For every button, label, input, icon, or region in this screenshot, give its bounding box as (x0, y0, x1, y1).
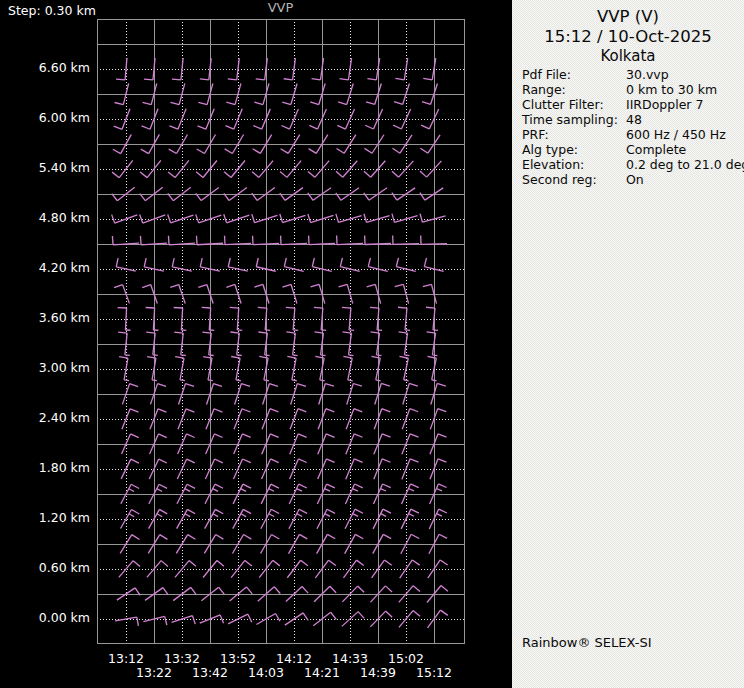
info-row: Range:0 km to 30 km (522, 82, 742, 97)
y-axis-label: 3.00 km (0, 361, 90, 375)
x-axis-label: 13:22 (130, 666, 178, 680)
info-label: PRF: (522, 127, 549, 142)
y-axis-label: 4.20 km (0, 261, 90, 275)
y-axis-label: 4.80 km (0, 211, 90, 225)
y-axis-label: 1.80 km (0, 461, 90, 475)
x-axis-label: 13:12 (102, 652, 150, 666)
info-value: IIRDoppler 7 (626, 97, 703, 112)
x-axis-label: 14:33 (326, 652, 374, 666)
y-axis-label: 6.00 km (0, 111, 90, 125)
info-row: PRF:600 Hz / 450 Hz (522, 127, 742, 142)
y-axis-label: 6.60 km (0, 61, 90, 75)
info-label: Elevation: (522, 157, 584, 172)
info-row: Time sampling:48 (522, 112, 742, 127)
info-value: 48 (626, 112, 642, 127)
panel-datetime: 15:12 / 10-Oct-2025 (512, 27, 744, 46)
info-label: Time sampling: (522, 112, 618, 127)
y-axis-label: 2.40 km (0, 411, 90, 425)
x-axis-label: 13:42 (186, 666, 234, 680)
info-value: On (626, 172, 644, 187)
y-axis-label: 1.20 km (0, 511, 90, 525)
x-axis-label: 14:12 (270, 652, 318, 666)
x-axis-label: 14:21 (298, 666, 346, 680)
y-axis-label: 5.40 km (0, 161, 90, 175)
info-row: Elevation:0.2 deg to 21.0 deg (522, 157, 742, 172)
y-axis-label: 3.60 km (0, 311, 90, 325)
info-label: Alg type: (522, 142, 578, 157)
software-credit: Rainbow® SELEX-SI (522, 635, 652, 650)
info-row: Pdf File:30.vvp (522, 67, 742, 82)
info-label: Range: (522, 82, 566, 97)
info-value: 600 Hz / 450 Hz (626, 127, 726, 142)
x-axis-label: 15:02 (382, 652, 430, 666)
plot-title: VVP (97, 1, 464, 15)
info-value: Complete (626, 142, 686, 157)
info-label: Clutter Filter: (522, 97, 604, 112)
info-panel: VVP (V) 15:12 / 10-Oct-2025 Kolkata Pdf … (512, 0, 744, 688)
panel-site: Kolkata (512, 47, 744, 65)
x-axis-label: 14:39 (354, 666, 402, 680)
info-value: 30.vvp (626, 67, 669, 82)
info-label: Second reg: (522, 172, 597, 187)
x-axis-label: 13:32 (158, 652, 206, 666)
info-row: Alg type:Complete (522, 142, 742, 157)
step-label: Step: 0.30 km (8, 4, 96, 18)
info-value: 0.2 deg to 21.0 deg (626, 157, 744, 172)
product-info-list: Pdf File:30.vvpRange:0 km to 30 kmClutte… (522, 67, 742, 187)
info-value: 0 km to 30 km (626, 82, 717, 97)
info-row: Second reg:On (522, 172, 742, 187)
panel-title: VVP (V) (512, 7, 744, 26)
info-label: Pdf File: (522, 67, 571, 82)
x-axis-label: 13:52 (214, 652, 262, 666)
y-axis-label: 0.00 km (0, 611, 90, 625)
x-axis-label: 14:03 (242, 666, 290, 680)
x-axis-label: 15:12 (410, 666, 458, 680)
vvp-product-window: { "chart": { "plot_title": "VVP", "step_… (0, 0, 744, 688)
y-axis-label: 0.60 km (0, 561, 90, 575)
info-row: Clutter Filter:IIRDoppler 7 (522, 97, 742, 112)
